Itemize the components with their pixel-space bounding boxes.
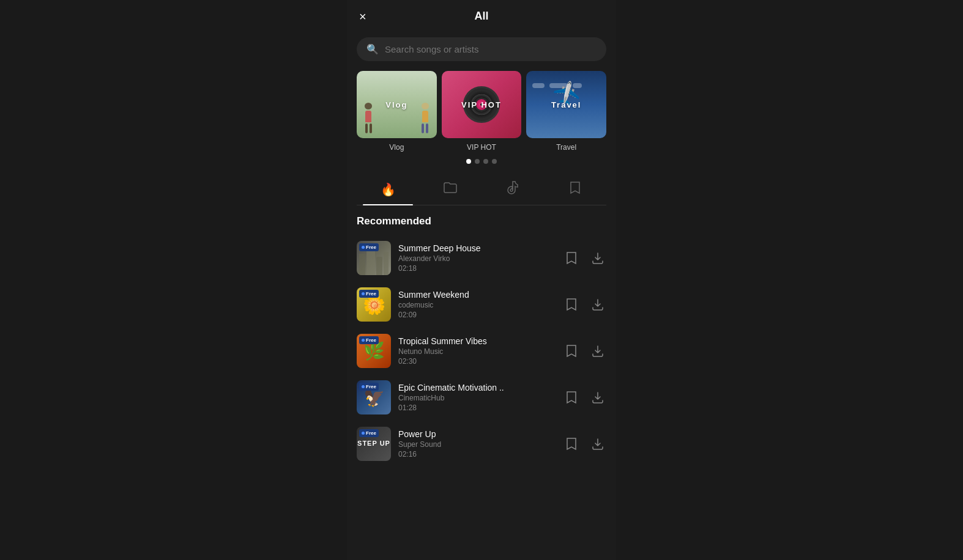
recommended-section: Recommended Free xyxy=(347,205,616,467)
song-artist-1: Alexander Virko xyxy=(398,254,556,263)
song-duration-3: 02:30 xyxy=(398,357,556,366)
download-icon-5 xyxy=(592,438,604,450)
song-info-4: Epic Cinematic Motivation .. CinematicHu… xyxy=(398,383,556,412)
bookmark-icon-5 xyxy=(566,437,577,451)
viphot-label-overlay: VIP HOT xyxy=(442,71,522,138)
pagination-dots xyxy=(357,154,606,174)
search-bar: 🔍 xyxy=(357,37,606,61)
free-badge-5: Free xyxy=(359,429,379,437)
song-thumb-1: Free xyxy=(357,241,391,275)
close-button[interactable]: × xyxy=(357,8,369,25)
song-thumb-2: Free 🌼 xyxy=(357,287,391,322)
app-container: × All 🔍 xyxy=(347,0,616,560)
search-icon: 🔍 xyxy=(366,43,379,55)
song-item-4[interactable]: Free 🦅 Epic Cinematic Motivation .. Cine… xyxy=(357,374,606,421)
song-duration-2: 02:09 xyxy=(398,311,556,319)
bookmark-icon-1 xyxy=(566,251,577,265)
category-card-travel[interactable]: ✈️ Travel xyxy=(526,71,606,138)
category-card-vlog[interactable]: Vlog xyxy=(357,71,437,138)
song-info-2: Summer Weekend codemusic 02:09 xyxy=(398,290,556,319)
song-actions-4 xyxy=(563,388,606,407)
categories-grid: Vlog VIP HOT xyxy=(357,71,606,138)
download-icon-4 xyxy=(592,391,604,403)
tab-folder[interactable] xyxy=(419,174,481,205)
song-artist-2: codemusic xyxy=(398,301,556,309)
song-actions-2 xyxy=(563,295,606,314)
category-name-travel: Travel xyxy=(526,143,606,152)
song-title-3: Tropical Summer Vibes xyxy=(398,336,556,346)
song-item-3[interactable]: Free 🌿 Tropical Summer Vibes Netuno Musi… xyxy=(357,328,606,374)
dot-2[interactable] xyxy=(475,159,480,164)
download-button-5[interactable] xyxy=(589,435,606,452)
bookmark-button-5[interactable] xyxy=(563,435,579,453)
bookmark-tab-icon xyxy=(570,181,581,197)
song-info-3: Tropical Summer Vibes Netuno Music 02:30 xyxy=(398,336,556,366)
free-badge-4: Free xyxy=(359,383,379,391)
song-duration-1: 02:18 xyxy=(398,264,556,273)
search-input[interactable] xyxy=(385,44,597,54)
category-name-viphot: VIP HOT xyxy=(442,143,522,152)
vlog-label-overlay: Vlog xyxy=(357,71,437,138)
download-button-1[interactable] xyxy=(589,249,606,267)
tab-hot[interactable]: 🔥 xyxy=(357,174,419,205)
download-icon-1 xyxy=(592,252,604,264)
song-artist-4: CinematicHub xyxy=(398,394,556,402)
song-item-2[interactable]: Free 🌼 Summer Weekend codemusic 02:09 xyxy=(357,281,606,328)
dot-4[interactable] xyxy=(492,159,497,164)
song-title-5: Power Up xyxy=(398,429,556,439)
song-actions-1 xyxy=(563,249,606,267)
download-button-2[interactable] xyxy=(589,296,606,313)
song-title-1: Summer Deep House xyxy=(398,243,556,253)
download-button-4[interactable] xyxy=(589,389,606,406)
folder-icon xyxy=(444,182,457,196)
song-actions-5 xyxy=(563,435,606,453)
vlog-label: Vlog xyxy=(385,100,407,109)
song-thumb-3: Free 🌿 xyxy=(357,334,391,368)
song-info-5: Power Up Super Sound 02:16 xyxy=(398,429,556,459)
bookmark-button-3[interactable] xyxy=(563,342,579,360)
song-actions-3 xyxy=(563,342,606,360)
free-badge-2: Free xyxy=(359,290,379,298)
category-card-viphot[interactable]: VIP HOT xyxy=(442,71,522,138)
song-duration-5: 02:16 xyxy=(398,450,556,459)
song-artist-3: Netuno Music xyxy=(398,347,556,356)
viphot-label: VIP HOT xyxy=(461,100,502,109)
category-names: Vlog VIP HOT Travel xyxy=(357,138,606,154)
song-duration-4: 01:28 xyxy=(398,403,556,412)
song-info-1: Summer Deep House Alexander Virko 02:18 xyxy=(398,243,556,273)
bookmark-button-1[interactable] xyxy=(563,249,579,267)
travel-label-overlay: Travel xyxy=(526,71,606,138)
song-artist-5: Super Sound xyxy=(398,440,556,449)
song-title-2: Summer Weekend xyxy=(398,290,556,300)
flame-icon: 🔥 xyxy=(381,182,396,197)
bookmark-button-4[interactable] xyxy=(563,388,579,407)
song-list: Free Summer Deep House Alexander Virko 0… xyxy=(357,235,606,467)
song-title-4: Epic Cinematic Motivation .. xyxy=(398,383,556,392)
tiktok-icon xyxy=(507,181,519,197)
dot-3[interactable] xyxy=(483,159,488,164)
song-item-5[interactable]: Free STEP UP Power Up Super Sound 02:16 xyxy=(357,421,606,467)
bookmark-icon-2 xyxy=(566,298,577,311)
recommended-title: Recommended xyxy=(357,215,606,227)
category-name-vlog: Vlog xyxy=(357,143,437,152)
download-button-3[interactable] xyxy=(589,342,606,359)
bookmark-icon-3 xyxy=(566,344,577,358)
tabs-row: 🔥 xyxy=(357,174,606,205)
song-item-1[interactable]: Free Summer Deep House Alexander Virko 0… xyxy=(357,235,606,281)
song-thumb-4: Free 🦅 xyxy=(357,380,391,414)
download-icon-2 xyxy=(592,298,604,311)
header-title: All xyxy=(474,10,488,23)
tab-bookmark[interactable] xyxy=(544,174,606,205)
song-thumb-5: Free STEP UP xyxy=(357,427,391,461)
dot-1[interactable] xyxy=(466,159,471,164)
categories-section: Vlog VIP HOT xyxy=(347,71,616,174)
bookmark-button-2[interactable] xyxy=(563,295,579,314)
tab-tiktok[interactable] xyxy=(481,174,544,205)
free-badge-3: Free xyxy=(359,336,379,344)
download-icon-3 xyxy=(592,345,604,357)
bookmark-icon-4 xyxy=(566,391,577,404)
travel-label: Travel xyxy=(551,100,582,109)
header: × All xyxy=(347,0,616,32)
free-badge-1: Free xyxy=(359,243,379,251)
